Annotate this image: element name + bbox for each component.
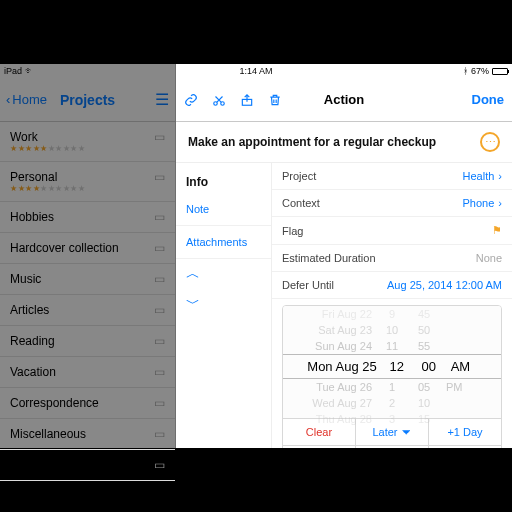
statusbar: iPad ᯤ 1:14 AM ᚼ 67% <box>0 64 512 78</box>
plus-year-button[interactable]: +1 Year <box>429 446 501 448</box>
folder-icon: ▭ <box>154 458 165 472</box>
row-flag[interactable]: Flag⚑ <box>272 217 512 245</box>
row-context[interactable]: ContextPhone› <box>272 190 512 217</box>
plus-week-button[interactable]: +1 Week <box>283 446 356 448</box>
picker-selected-row: Mon Aug 251200AM <box>283 354 501 379</box>
picker-buttons-row2: +1 Week +1 Month +1 Year <box>283 445 501 448</box>
share-icon[interactable] <box>240 93 254 107</box>
app-frame: iPad ᯤ 1:14 AM ᚼ 67% ‹ Home Projects ☰ W… <box>0 64 512 448</box>
picker-wheel[interactable]: Fri Aug 22945 Sat Aug 231050 Sun Aug 241… <box>283 306 501 418</box>
tab-attachments[interactable]: Attachments <box>176 226 271 259</box>
toolbar-icons <box>184 93 282 107</box>
flag-icon: ⚑ <box>492 224 502 237</box>
details-column: ProjectHealth› ContextPhone› Flag⚑ Estim… <box>272 163 512 448</box>
done-button[interactable]: Done <box>472 92 505 107</box>
info-header: Info <box>176 163 271 193</box>
main-panel: Action Done Make an appointment for a re… <box>176 64 512 448</box>
detail-body: Info Note Attachments ︿ ﹀ ProjectHealth›… <box>176 163 512 448</box>
row-project[interactable]: ProjectHealth› <box>272 163 512 190</box>
cut-icon[interactable] <box>212 93 226 107</box>
chevron-down-icon[interactable]: ﹀ <box>176 289 271 319</box>
chevron-up-icon[interactable]: ︿ <box>176 259 271 289</box>
row-duration[interactable]: Estimated DurationNone <box>272 245 512 272</box>
list-item[interactable]: Reading List▭ <box>0 450 175 481</box>
tab-note[interactable]: Note <box>176 193 271 226</box>
task-title-row[interactable]: Make an appointment for a regular checku… <box>176 122 512 163</box>
task-title: Make an appointment for a regular checku… <box>188 135 436 149</box>
chevron-right-icon: › <box>498 170 502 182</box>
row-defer[interactable]: Defer UntilAug 25, 2014 12:00 AM <box>272 272 512 299</box>
chevron-right-icon: › <box>498 197 502 209</box>
info-column: Info Note Attachments ︿ ﹀ <box>176 163 272 448</box>
battery-icon <box>492 68 508 75</box>
status-time: 1:14 AM <box>0 66 512 76</box>
sidebar-dim-overlay[interactable] <box>0 64 176 448</box>
link-icon[interactable] <box>184 93 198 107</box>
main-nav: Action Done <box>176 78 512 122</box>
trash-icon[interactable] <box>268 93 282 107</box>
status-circle-icon[interactable]: ⋯ <box>480 132 500 152</box>
date-picker: Fri Aug 22945 Sat Aug 231050 Sun Aug 241… <box>282 305 502 448</box>
plus-month-button[interactable]: +1 Month <box>356 446 429 448</box>
